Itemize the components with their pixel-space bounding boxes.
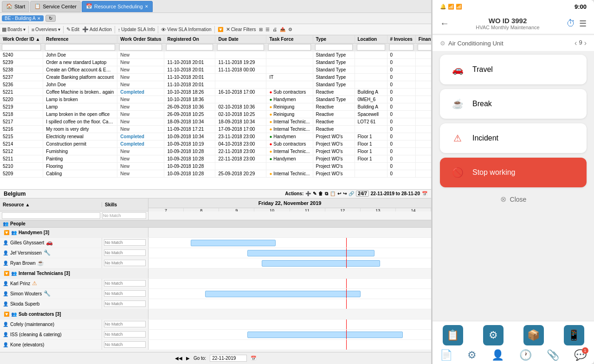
calendar-goto-icon[interactable]: 📅 xyxy=(251,356,256,361)
add-action-button[interactable]: ➕ Add Action xyxy=(82,26,112,32)
table-row[interactable]: 5209 Cabling New 10-09-2018 10:28 25-09-… xyxy=(0,170,431,178)
tab-start[interactable]: 🏠 Start xyxy=(2,1,29,12)
print-btn[interactable]: 🖨 xyxy=(272,27,277,32)
section-next[interactable]: › xyxy=(584,39,587,47)
nav-notes-btn[interactable]: 📋 xyxy=(443,325,463,345)
redo-icon[interactable]: ↪ xyxy=(343,191,347,196)
nav-next-icon[interactable]: ▶ xyxy=(186,356,190,361)
nav-scan-btn[interactable]: 📱 xyxy=(564,325,584,345)
copy-icon[interactable]: ⧉ xyxy=(325,191,328,197)
calendar-picker-icon[interactable]: 📅 xyxy=(422,191,427,196)
filter-icon-btn[interactable]: 🔽 xyxy=(218,27,223,32)
filter-location[interactable] xyxy=(357,44,385,51)
filter-reference[interactable] xyxy=(45,44,115,51)
member-skills-input[interactable] xyxy=(104,331,146,338)
table-row[interactable]: 5238 Create an Office account & Email ad… xyxy=(0,66,431,74)
filter-registered[interactable] xyxy=(166,44,213,51)
break-button[interactable]: ☕ Break xyxy=(440,89,587,119)
col-taskforce[interactable]: Task Force xyxy=(266,35,313,44)
location-tag[interactable]: BE - Building A ✕ xyxy=(2,15,44,21)
filter-taskforce[interactable] xyxy=(268,44,310,51)
table-row[interactable]: 5217 I spilled coffee on the floor. Can … xyxy=(0,118,431,126)
delete-resource-icon[interactable]: 🗑 xyxy=(318,191,323,196)
tab-service-center[interactable]: 📋 Service Center xyxy=(30,1,81,12)
boards-button[interactable]: ▦ Boards▾ xyxy=(2,26,26,32)
nav-items-btn[interactable]: 📦 xyxy=(523,325,544,345)
settings2-btn[interactable]: ⚙ xyxy=(288,27,292,32)
table-btn[interactable]: ☰ xyxy=(265,27,270,32)
nav-chat-btn[interactable]: 💬 1 xyxy=(574,349,587,361)
view-sla-button[interactable]: 👁 View SLA Information xyxy=(161,27,211,32)
member-skills-input[interactable] xyxy=(104,321,146,327)
col-invoices[interactable]: # Invoices xyxy=(387,35,415,44)
export-btn[interactable]: 📤 xyxy=(280,27,285,32)
clear-filters-button[interactable]: ✕ Clear Filters xyxy=(226,26,256,32)
goto-date-input[interactable] xyxy=(210,355,247,362)
filter-wo-id[interactable] xyxy=(2,44,41,51)
filter-fin-status[interactable] xyxy=(418,44,431,51)
menu-icon[interactable]: ☰ xyxy=(579,19,587,29)
nav-settings-btn[interactable]: ⚙ xyxy=(483,325,504,345)
filter-status[interactable] xyxy=(119,44,162,51)
travel-button[interactable]: 🚗 Travel xyxy=(440,55,587,84)
table-row[interactable]: 5210 Flooring New 10-09-2018 10:28 Proje… xyxy=(0,163,431,170)
table-row[interactable]: 5211 Painting New 10-09-2018 10:28 22-11… xyxy=(0,155,431,163)
edit-button[interactable]: ✎ Edit xyxy=(66,26,79,32)
paste-icon[interactable]: 📋 xyxy=(330,191,336,196)
table-row[interactable]: 5218 Lamp broken in the open office New … xyxy=(0,111,431,118)
filter-type[interactable] xyxy=(315,44,353,51)
table-row[interactable]: 5221 Coffee Machine is broken.. again Co… xyxy=(0,89,431,96)
tab-close-icon[interactable]: ✕ xyxy=(145,4,148,9)
table-row[interactable]: 5215 Electricity renewal Completed 10-09… xyxy=(0,133,431,140)
table-row[interactable]: 5239 Order a new standard Laptop New 11-… xyxy=(0,59,431,66)
col-registered[interactable]: Registered On xyxy=(164,35,215,44)
tab-resource-scheduling[interactable]: 📅 Resource Scheduling ✕ xyxy=(82,1,153,12)
col-fin-status[interactable]: Financial Status xyxy=(415,35,431,44)
col-type[interactable]: Type xyxy=(313,35,355,44)
col-location[interactable]: Location xyxy=(355,35,387,44)
nav-prev-icon[interactable]: ◀◀ xyxy=(175,356,182,361)
update-sla-button[interactable]: ↑ Update SLA Info xyxy=(118,27,155,32)
clock-icon[interactable]: ⏱ xyxy=(566,18,575,29)
table-row[interactable]: 5220 Lamp is broken New 10-10-2018 18:36… xyxy=(0,96,431,103)
add-resource-icon[interactable]: ➕ xyxy=(305,191,311,196)
table-row[interactable]: 5219 Lamp New 26-09-2018 10:36 02-10-201… xyxy=(0,103,431,111)
skills-filter-input[interactable] xyxy=(102,212,146,219)
table-row[interactable]: 5212 Furnishing New 10-09-2018 10:28 22-… xyxy=(0,148,431,155)
link-icon[interactable]: 🔗 xyxy=(349,191,354,196)
table-row[interactable]: 5237 Create Banking platform account New… xyxy=(0,74,431,81)
col-due[interactable]: Due Date xyxy=(215,35,266,44)
filter-due[interactable] xyxy=(217,44,264,51)
member-skills-input[interactable] xyxy=(104,290,146,297)
table-row[interactable]: 5216 My room is very dirty New 11-09-201… xyxy=(0,126,431,133)
refresh-button[interactable]: ↻ xyxy=(45,15,56,22)
grid-btn[interactable]: ⊞ xyxy=(259,27,263,32)
nav-attach-btn[interactable]: 📎 xyxy=(547,349,559,361)
close-tag-icon[interactable]: ✕ xyxy=(37,16,41,21)
col-reference[interactable]: Reference xyxy=(43,35,117,44)
close-button[interactable]: ⊗ Close xyxy=(440,192,587,206)
overviews-button[interactable]: ≡ Overviews▾ xyxy=(32,27,60,32)
undo-icon[interactable]: ↩ xyxy=(337,191,341,196)
incident-button[interactable]: ⚠ Incident xyxy=(440,123,587,153)
nav-config-btn[interactable]: ⚙ xyxy=(467,349,477,361)
table-row[interactable]: 5214 Construction permit Completed 10-09… xyxy=(0,140,431,148)
filter-invoices[interactable] xyxy=(389,44,413,51)
nav-user-btn[interactable]: 👤 xyxy=(491,349,504,361)
section-prev[interactable]: ‹ xyxy=(575,39,577,47)
back-button[interactable]: ← xyxy=(440,18,449,29)
col-wo-id[interactable]: Work Order ID ▲ xyxy=(0,35,43,44)
col-status[interactable]: Work Order Status xyxy=(117,35,164,44)
member-skills-input[interactable] xyxy=(104,260,146,266)
member-skills-input[interactable] xyxy=(104,280,146,287)
stop-working-button[interactable]: 🚫 Stop working xyxy=(440,158,587,187)
member-skills-input[interactable] xyxy=(104,239,146,246)
nav-time-btn[interactable]: 🕐 xyxy=(519,349,532,361)
member-skills-input[interactable] xyxy=(104,300,146,307)
nav-doc-btn[interactable]: 📄 xyxy=(440,349,452,361)
member-skills-input[interactable] xyxy=(104,341,146,348)
member-skills-input[interactable] xyxy=(104,249,146,256)
resource-filter-input[interactable] xyxy=(2,212,100,219)
table-row[interactable]: 5240 John Doe New Standard Type 0 xyxy=(0,51,431,59)
edit-resource-icon[interactable]: ✎ xyxy=(313,191,316,196)
